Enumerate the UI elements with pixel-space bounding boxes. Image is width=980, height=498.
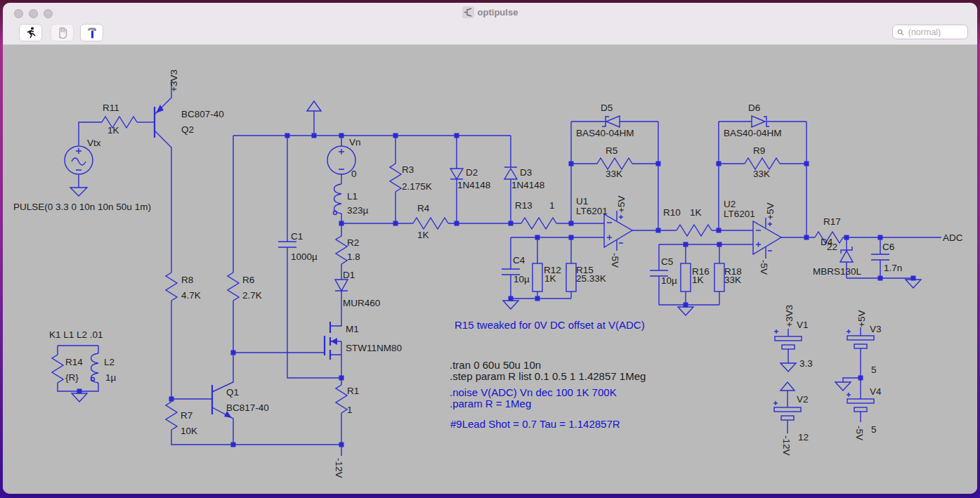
search-input[interactable] bbox=[907, 27, 963, 38]
app-icon bbox=[462, 6, 474, 18]
title-bar: optipulse bbox=[3, 3, 977, 21]
run-button[interactable] bbox=[19, 24, 42, 41]
hammer-icon bbox=[85, 26, 99, 39]
search-icon bbox=[897, 28, 904, 37]
hand-icon bbox=[56, 26, 69, 39]
toolbar bbox=[3, 21, 977, 45]
app-window: optipulse bbox=[3, 3, 977, 494]
pan-button[interactable] bbox=[51, 24, 74, 41]
run-icon bbox=[24, 26, 38, 39]
tools-button[interactable] bbox=[80, 24, 103, 41]
window-title: optipulse bbox=[478, 7, 518, 18]
search-box[interactable] bbox=[892, 25, 968, 39]
schematic-canvas[interactable] bbox=[3, 45, 977, 494]
